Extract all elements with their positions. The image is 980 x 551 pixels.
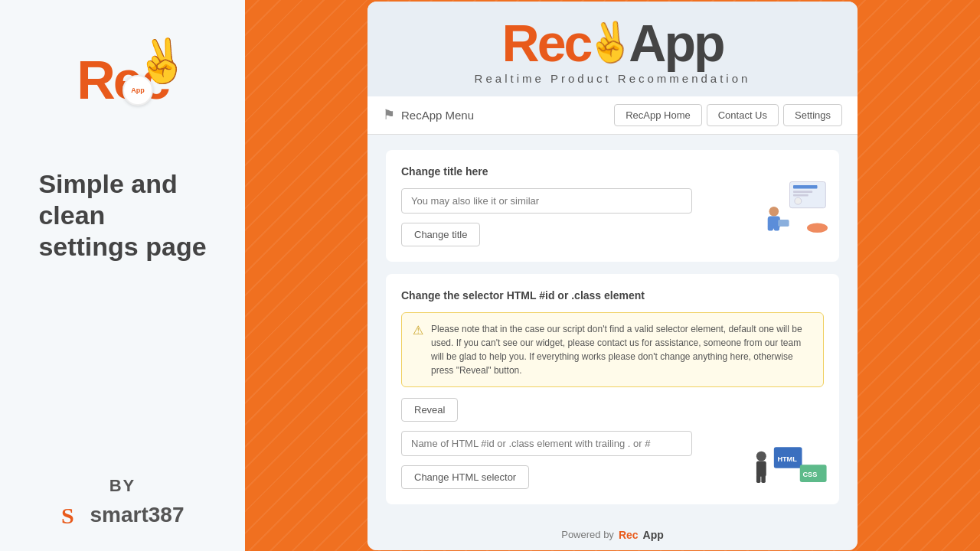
header-app: App (629, 17, 723, 69)
sidebar-by-section: BY S smart387 (61, 476, 185, 528)
card-nav: ⚑ RecApp Menu RecApp Home Contact Us Set… (368, 96, 858, 135)
card-footer: Powered by RecApp (368, 520, 858, 550)
card-header-logo: Rec ✌ App Realtime Product Recommendatio… (368, 2, 858, 96)
section-selector-title: Change the selector HTML #id or .class e… (401, 289, 824, 302)
svg-text:HTML: HTML (777, 455, 797, 462)
content-card: Rec ✌ App Realtime Product Recommendatio… (368, 2, 858, 550)
svg-point-7 (769, 206, 779, 216)
sidebar-logo-area: ✌ Rec App (46, 31, 199, 130)
smart387-s-icon: S (61, 502, 87, 528)
warning-text: Please note that in the case our script … (431, 322, 812, 377)
svg-rect-14 (756, 461, 766, 476)
sidebar-tagline: Simple and clean settings page (31, 168, 214, 262)
svg-text:S: S (61, 503, 74, 528)
section-change-selector: Change the selector HTML #id or .class e… (386, 274, 839, 504)
svg-point-6 (795, 197, 802, 204)
section1-illustration (759, 175, 828, 236)
card-body: Change title here Change title (368, 135, 858, 520)
main-area: Rec ✌ App Realtime Product Recommendatio… (245, 0, 980, 551)
smart387-logo: S smart387 (61, 502, 185, 528)
nav-brand-label: RecApp Menu (401, 109, 474, 122)
nav-buttons: RecApp Home Contact Us Settings (614, 104, 842, 126)
nav-home-button[interactable]: RecApp Home (614, 104, 702, 126)
svg-rect-5 (793, 194, 808, 196)
footer-powered-by: Powered by (561, 529, 614, 540)
change-title-button[interactable]: Change title (401, 223, 480, 246)
title-input[interactable] (401, 188, 692, 214)
svg-rect-16 (761, 474, 766, 482)
nav-brand: ⚑ RecApp Menu (383, 106, 614, 123)
svg-rect-15 (756, 474, 761, 482)
sidebar: ✌ Rec App Simple and clean settings page… (0, 0, 245, 551)
selector-input[interactable] (401, 431, 692, 456)
sidebar-tagline-text: Simple and clean settings page (38, 168, 206, 262)
svg-point-13 (756, 451, 766, 461)
nav-settings-button[interactable]: Settings (783, 104, 842, 126)
svg-rect-3 (793, 185, 818, 189)
svg-point-12 (807, 223, 828, 233)
svg-rect-9 (768, 225, 773, 230)
header-logo-main: Rec ✌ App (390, 17, 835, 69)
header-tagline: Realtime Product Recommendation (390, 72, 835, 85)
nav-brand-icon: ⚑ (383, 106, 395, 123)
footer-logo-app: App (643, 529, 664, 541)
change-html-selector-button[interactable]: Change HTML selector (401, 465, 529, 489)
by-label: BY (61, 476, 185, 496)
smart387-text: smart387 (90, 503, 185, 527)
section-change-title: Change title here Change title (386, 150, 839, 262)
sidebar-app-badge: App (122, 75, 153, 106)
svg-rect-11 (778, 220, 789, 227)
warning-icon: ⚠ (413, 323, 423, 377)
nav-contact-button[interactable]: Contact Us (707, 104, 779, 126)
svg-text:CSS: CSS (802, 470, 817, 478)
svg-rect-4 (793, 191, 812, 193)
header-rec: Rec (502, 17, 591, 69)
section2-illustration: HTML CSS (747, 443, 831, 497)
warning-box: ⚠ Please note that in the case our scrip… (401, 312, 824, 387)
reveal-button[interactable]: Reveal (401, 398, 458, 422)
footer-logo: Rec (619, 529, 639, 541)
